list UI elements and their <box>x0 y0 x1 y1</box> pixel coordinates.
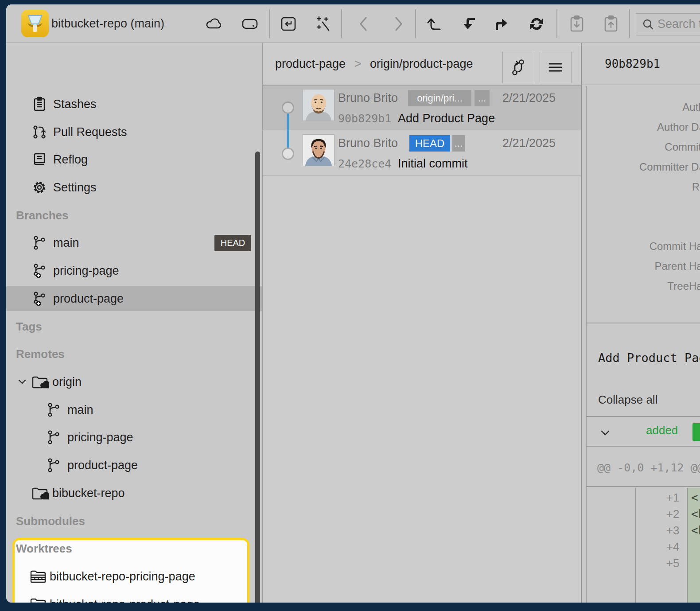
remote-branch-label: product-page <box>67 453 138 478</box>
app-window: bitbucket-repo (main) <box>6 4 700 603</box>
sidebar: Stashes Pull Requests Reflog <box>6 43 262 603</box>
commit-more-badge[interactable]: ... <box>452 135 465 152</box>
field-label-author: Author <box>682 100 700 115</box>
sidebar-item-label: Stashes <box>53 92 97 117</box>
commit-author: Bruno Brito <box>338 134 398 152</box>
field-label-refs: Refs <box>692 179 700 195</box>
sidebar-item-label: Reflog <box>53 147 88 172</box>
branches-section-header: Branches <box>16 203 69 228</box>
drive-icon[interactable] <box>240 14 260 34</box>
sidebar-remote-branch-pricing-page[interactable]: pricing-page <box>6 425 262 450</box>
tags-section-header: Tags <box>16 314 42 339</box>
field-label-author-date: Author Date <box>657 120 700 135</box>
diff-line-number: +5 <box>640 555 680 572</box>
commit-message: Initial commit <box>398 155 468 172</box>
sidebar-remote-bibucket-repo[interactable]: bibucket-repo <box>6 481 262 506</box>
window-title: bitbucket-repo (main) <box>51 4 164 43</box>
diff-line-number: +1 <box>640 490 680 506</box>
remote-branch-label: main <box>67 397 93 422</box>
diff-grid: +1 +2 +3 +4 +5 <! <h <h <box>587 488 700 603</box>
stash-icon[interactable] <box>567 14 587 34</box>
worktree-folder-icon <box>29 569 47 584</box>
sidebar-item-label: Settings <box>53 175 97 200</box>
push-icon[interactable] <box>492 14 512 34</box>
commit-hash: 90b829b1 <box>338 110 391 128</box>
toolbar-separator <box>341 9 342 38</box>
compare-branches-button[interactable] <box>502 52 534 83</box>
details-commit-hash: 90b829b1 <box>605 43 660 85</box>
field-label-committer-date: Committer Date <box>639 160 700 175</box>
search-input[interactable] <box>657 14 700 35</box>
commit-message-text: Add Product Page <box>598 351 700 365</box>
pull-icon[interactable] <box>459 14 478 34</box>
field-label-tree-hash: TreeHash <box>668 279 700 294</box>
worktree-label: bitbucket-repo-product-page <box>50 592 200 603</box>
field-label-commit-hash: Commit Hash <box>649 239 700 254</box>
breadcrumb-branch[interactable]: product-page <box>275 57 346 70</box>
forward-icon[interactable] <box>388 14 408 34</box>
sidebar-remote-branch-main[interactable]: main <box>6 397 262 422</box>
hunk-header-text: @@ -0,0 +1,12 @@ <box>597 448 700 488</box>
commit-details-panel: 90b829b1 Author Author Date Committer Co… <box>581 43 700 603</box>
worktree-label: bitbucket-repo-pricing-page <box>50 564 195 589</box>
sidebar-branch-pricing-page[interactable]: pricing-page <box>6 258 262 283</box>
chevron-down-icon[interactable] <box>18 378 27 385</box>
remote-branch-label: pricing-page <box>67 425 133 450</box>
commit-more-badge[interactable]: ... <box>474 90 490 106</box>
file-status-added: added <box>646 424 678 437</box>
collapse-all-button[interactable]: Collapse all <box>598 393 657 407</box>
diff-code-line: <h <box>691 522 700 539</box>
settings-gear-icon <box>32 180 47 195</box>
cloud-icon[interactable] <box>204 14 224 34</box>
diff-line-number: +3 <box>640 522 680 539</box>
toolbar-separator <box>556 9 557 38</box>
toolbar-separator <box>415 9 416 38</box>
sidebar-item-settings[interactable]: Settings <box>6 175 262 200</box>
breadcrumb-separator: > <box>349 57 367 70</box>
checkout-icon[interactable] <box>279 14 298 34</box>
diff-new-line-gutter: +1 +2 +3 +4 +5 <box>637 488 686 603</box>
sidebar-item-pull-requests[interactable]: Pull Requests <box>6 120 262 144</box>
breadcrumb-upstream[interactable]: origin/product-page <box>370 57 473 70</box>
commit-ref-badge[interactable]: origin/pri... <box>408 90 471 106</box>
remote-folder-icon <box>31 374 49 389</box>
toolbar-separator <box>629 9 630 38</box>
sidebar-branch-product-page[interactable]: product-page <box>6 286 262 311</box>
sidebar-scrollbar[interactable] <box>255 152 260 603</box>
back-icon[interactable] <box>354 14 374 34</box>
head-ref-badge[interactable]: HEAD <box>409 135 450 152</box>
branch-label: product-page <box>53 286 124 311</box>
branch-icon <box>46 430 61 445</box>
branch-icon <box>46 458 61 473</box>
pop-stash-icon[interactable] <box>601 14 621 34</box>
list-view-menu-button[interactable] <box>540 52 572 83</box>
head-badge: HEAD <box>214 235 251 251</box>
commit-author: Bruno Brito <box>338 89 398 107</box>
chevron-down-icon[interactable] <box>600 429 611 436</box>
file-diff-row[interactable]: added <box>587 418 700 447</box>
commit-date: 2/21/2025 <box>502 134 556 152</box>
magic-wand-icon[interactable] <box>314 14 333 34</box>
worktree-folder-icon <box>29 597 47 603</box>
commit-date: 2/21/2025 <box>502 89 556 107</box>
branch-label: main <box>53 230 79 255</box>
details-message-section: Add Product Page Collapse all <box>587 324 700 417</box>
sidebar-worktree-pricing-page[interactable]: bitbucket-repo-pricing-page <box>6 564 241 589</box>
remotes-section-header: Remotes <box>16 342 65 366</box>
branch-label: pricing-page <box>53 258 119 283</box>
details-content: Author Author Date Committer Committer D… <box>586 86 700 603</box>
sidebar-item-label: Pull Requests <box>53 120 127 144</box>
stashes-icon <box>32 97 47 112</box>
sidebar-item-reflog[interactable]: Reflog <box>6 147 262 172</box>
sidebar-item-stashes[interactable]: Stashes <box>6 92 262 117</box>
remote-label: origin <box>52 370 82 394</box>
fork-app-icon[interactable] <box>21 10 49 37</box>
sync-icon[interactable] <box>527 14 546 34</box>
sidebar-remote-branch-product-page[interactable]: product-page <box>6 453 262 478</box>
breadcrumb: product-page > origin/product-page <box>275 43 473 85</box>
fetch-icon[interactable] <box>425 14 444 34</box>
sidebar-remote-origin[interactable]: origin <box>6 370 262 394</box>
additions-badge <box>692 423 700 441</box>
commit-hash: 24e28ce4 <box>338 155 391 173</box>
sidebar-worktree-product-page[interactable]: bitbucket-repo-product-page <box>6 592 241 603</box>
